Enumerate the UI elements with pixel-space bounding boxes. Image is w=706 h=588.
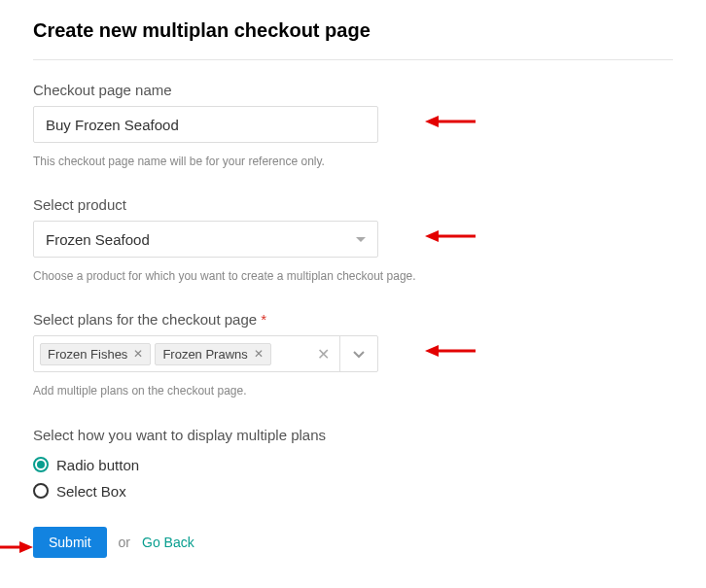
- plans-help: Add multiple plans on the checkout page.: [33, 382, 422, 400]
- plan-tag[interactable]: Frozen Prawns ✕: [155, 343, 270, 365]
- checkout-name-label: Checkout page name: [33, 82, 673, 98]
- required-mark: *: [261, 311, 266, 328]
- plan-tag-label: Frozen Fishes: [48, 347, 127, 362]
- go-back-link[interactable]: Go Back: [142, 535, 194, 550]
- plans-tags-area: Frozen Fishes ✕ Frozen Prawns ✕: [34, 336, 307, 371]
- arrow-annotation-icon: [425, 229, 476, 243]
- radio-option-select-box[interactable]: Select Box: [33, 483, 673, 500]
- svg-marker-7: [19, 541, 33, 553]
- plans-multiselect[interactable]: Frozen Fishes ✕ Frozen Prawns ✕ ✕: [33, 335, 378, 372]
- product-select[interactable]: Frozen Seafood: [33, 221, 378, 258]
- plan-tag[interactable]: Frozen Fishes ✕: [40, 343, 151, 365]
- radio-label: Select Box: [56, 483, 126, 500]
- checkout-name-help: This checkout page name will be for your…: [33, 153, 422, 171]
- plans-dropdown-toggle[interactable]: [339, 336, 377, 371]
- chevron-down-icon: [352, 347, 366, 361]
- radio-indicator: [33, 457, 49, 472]
- product-help: Choose a product for which you want to c…: [33, 267, 422, 286]
- radio-dot-icon: [37, 461, 45, 468]
- product-label: Select product: [33, 196, 673, 213]
- radio-indicator: [33, 483, 49, 499]
- radio-option-radio-button[interactable]: Radio button: [33, 457, 673, 473]
- checkout-name-input[interactable]: [33, 106, 378, 143]
- tag-remove-icon[interactable]: ✕: [133, 348, 143, 360]
- plan-tag-label: Frozen Prawns: [162, 347, 247, 362]
- svg-marker-5: [425, 345, 439, 357]
- caret-down-icon: [356, 237, 366, 242]
- tag-remove-icon[interactable]: ✕: [254, 348, 264, 360]
- display-heading: Select how you want to display multiple …: [33, 427, 673, 443]
- arrow-annotation-icon: [0, 540, 33, 554]
- divider: [33, 59, 673, 60]
- clear-all-icon[interactable]: ✕: [307, 336, 339, 371]
- svg-marker-3: [425, 230, 439, 242]
- or-text: or: [119, 535, 130, 550]
- arrow-annotation-icon: [425, 344, 476, 358]
- page-title: Create new multiplan checkout page: [33, 19, 673, 42]
- product-selected-value: Frozen Seafood: [46, 231, 150, 248]
- svg-marker-1: [425, 116, 439, 127]
- plans-label: Select plans for the checkout page *: [33, 311, 673, 328]
- radio-label: Radio button: [56, 457, 139, 473]
- arrow-annotation-icon: [425, 115, 476, 128]
- submit-button[interactable]: Submit: [33, 527, 107, 558]
